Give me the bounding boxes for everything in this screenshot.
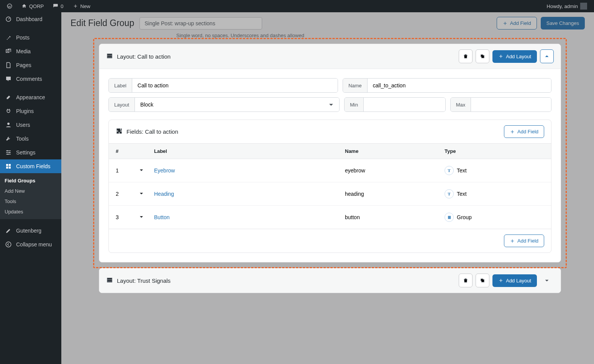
layout-name-input[interactable] [368,79,551,92]
field-name: eyebrow [345,167,445,174]
layout-max-input[interactable] [471,98,551,111]
field-type: Group [457,214,472,220]
row-num: 1 [116,167,139,174]
field-name: heading [345,191,445,197]
svg-point-3 [7,123,10,125]
plug-icon [5,107,12,115]
sidebar-item-custom-fields[interactable]: Custom Fields [0,159,61,173]
col-type: Type [445,148,544,154]
svg-rect-13 [107,56,112,57]
sidebar-item-gutenberg[interactable]: Gutenberg [0,224,61,238]
svg-rect-16 [107,278,112,279]
field-name: button [345,214,445,220]
col-num: # [116,148,139,154]
layout-title-text: Layout: Call to action [117,53,171,60]
media-icon [5,48,12,55]
sidebar-item-appearance[interactable]: Appearance [0,90,61,104]
add-field-button[interactable]: Add Field [504,125,544,138]
site-name-text: QORP [29,3,44,9]
sidebar-item-comments[interactable]: Comments [0,72,61,86]
collapse-layout-button[interactable] [540,49,554,63]
expand-row-button[interactable] [139,214,154,221]
layout-select[interactable]: Block [135,98,339,111]
field-label-link[interactable]: Button [154,214,169,220]
col-name: Name [345,148,445,154]
fields-title: Fields: Call to action [126,128,178,135]
layout-caption: Layout [109,98,135,111]
sidebar-item-pages[interactable]: Pages [0,58,61,72]
delete-layout-button[interactable] [459,49,473,63]
pencil-icon [5,227,12,234]
add-layout-button[interactable]: Add Layout [492,274,537,287]
sidebar-submenu: Field Groups Add New Tools Updates [0,173,61,219]
submenu-updates[interactable]: Updates [0,207,61,217]
type-icon: T [445,189,454,198]
submenu-add-new[interactable]: Add New [0,186,61,196]
sidebar-item-tools[interactable]: Tools [0,132,61,146]
svg-point-6 [7,154,8,155]
puzzle-icon [116,128,123,136]
howdy-user[interactable]: Howdy, admin [544,3,590,10]
layout-min-input[interactable] [364,98,445,111]
comment-icon [5,75,12,83]
add-field-button-top[interactable]: Add Field [497,17,537,30]
save-changes-button[interactable]: Save Changes [541,17,585,30]
grid-icon [5,162,12,170]
add-layout-button[interactable]: Add Layout [492,50,537,63]
comments-count[interactable]: 0 [50,3,66,9]
site-name[interactable]: QORP [18,3,47,9]
duplicate-layout-button[interactable] [476,49,489,63]
svg-point-4 [7,150,8,151]
collapse-icon [5,241,12,248]
sidebar-item-users[interactable]: Users [0,118,61,132]
type-icon: ≣ [445,213,454,222]
layout-icon [106,277,113,285]
svg-rect-18 [107,281,112,282]
layout-card-cta: Layout: Call to action Add Layout Label [99,44,561,262]
admin-sidebar: Dashboard Posts Media Pages Comments App… [0,12,61,364]
sidebar-item-posts[interactable]: Posts [0,31,61,44]
label-caption: Label [109,79,132,92]
layout-header-trust: Layout: Trust Signals Add Layout [99,268,561,293]
fields-panel: Fields: Call to action Add Field # Label… [108,120,551,253]
wp-logo[interactable] [4,3,15,9]
sidebar-item-settings[interactable]: Settings [0,146,61,159]
page-header: Edit Field Group Add Field Save Changes [61,12,594,34]
type-icon: T [445,166,454,175]
svg-point-11 [6,242,11,247]
svg-rect-10 [9,167,11,169]
add-field-button-bottom[interactable]: Add Field [504,234,544,247]
sidebar-item-media[interactable]: Media [0,44,61,58]
table-row: 2 Heading heading TText [109,182,551,206]
field-group-title-input[interactable] [139,17,262,30]
admin-bar: QORP 0 New Howdy, admin [0,0,594,12]
expand-layout-button[interactable] [540,278,554,283]
submenu-field-groups[interactable]: Field Groups [0,175,61,186]
sidebar-collapse[interactable]: Collapse menu [0,238,61,251]
svg-point-5 [9,152,10,153]
wrench-icon [5,135,12,143]
pin-icon [5,34,12,41]
layout-title-text: Layout: Trust Signals [117,277,171,284]
page-title: Edit Field Group [71,18,134,28]
name-caption: Name [343,79,368,92]
duplicate-layout-button[interactable] [476,274,489,287]
expand-row-button[interactable] [139,167,154,174]
dashboard-icon [5,15,12,23]
svg-point-2 [7,51,8,52]
expand-row-button[interactable] [139,191,154,197]
table-row: 1 Eyebrow eyebrow TText [109,159,551,182]
svg-rect-17 [107,280,112,281]
helper-text: Single word, no spaces. Underscores and … [61,33,594,38]
delete-layout-button[interactable] [459,274,473,287]
new-content[interactable]: New [70,3,94,9]
layout-label-input[interactable] [132,79,338,92]
sidebar-item-dashboard[interactable]: Dashboard [0,12,61,26]
layout-icon [106,52,113,61]
field-label-link[interactable]: Heading [154,191,174,197]
submenu-tools[interactable]: Tools [0,196,61,207]
sidebar-item-plugins[interactable]: Plugins [0,104,61,118]
max-caption: Max [451,98,471,111]
sliders-icon [5,149,12,156]
field-label-link[interactable]: Eyebrow [154,167,175,174]
